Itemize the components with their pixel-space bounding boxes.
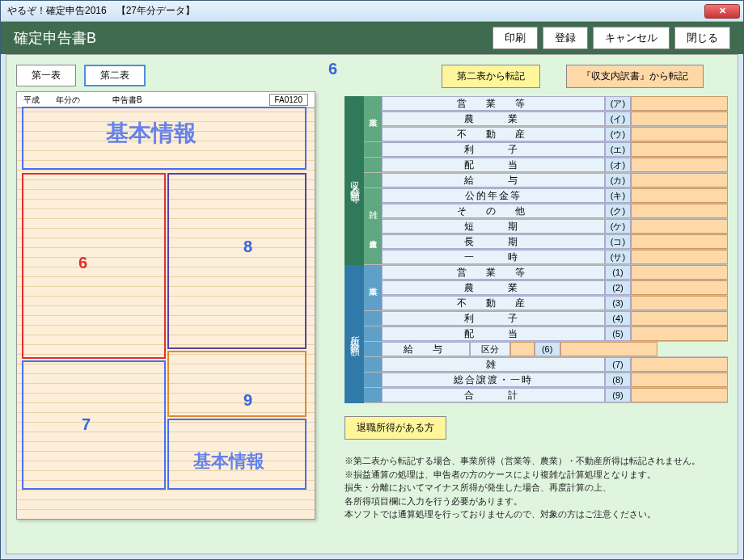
income-input[interactable] bbox=[631, 142, 728, 157]
shotoku-input[interactable] bbox=[631, 357, 728, 372]
table-row: 短 期(ケ) bbox=[382, 219, 728, 234]
note-line: ※損益通算の処理は、申告者の方のケースにより複雑な計算処理となります。 bbox=[345, 468, 728, 482]
transfer-from-breakdown-button[interactable]: 『収支内訳書』から転記 bbox=[566, 65, 704, 88]
notes: ※第二表から転記する場合、事業所得（営業等、農業）・不動産所得は転記されません。… bbox=[345, 454, 728, 521]
table-row: 利 子(4) bbox=[364, 311, 728, 326]
table-row: そ の 他(ク) bbox=[382, 204, 728, 219]
group-transfer: 総合譲渡 bbox=[364, 219, 382, 250]
overlay-6 bbox=[22, 173, 166, 359]
table-row: 営 業 等(1) bbox=[382, 265, 728, 280]
table-row: 不 動 産(3) bbox=[364, 296, 728, 311]
shotoku-input[interactable] bbox=[631, 388, 728, 402]
shotoku-input[interactable] bbox=[631, 280, 728, 295]
income-input[interactable] bbox=[631, 173, 728, 187]
form-name: 申告書B bbox=[112, 95, 142, 106]
tab-first[interactable]: 第一表 bbox=[16, 65, 76, 86]
income-section-label: 収入金額等 bbox=[345, 96, 364, 265]
income-input[interactable] bbox=[631, 158, 728, 172]
overlay-basic-label: 基本情報 bbox=[106, 118, 197, 149]
note-line: ※第二表から転記する場合、事業所得（営業等、農業）・不動産所得は転記されません。 bbox=[345, 454, 728, 468]
overlay-num-6: 6 bbox=[78, 254, 87, 272]
overlay-num-7: 7 bbox=[82, 415, 91, 434]
table-row: 利 子(エ) bbox=[364, 142, 728, 158]
note-line: 本ソフトでは通算処理を行っておりませんので、対象の方はご注意ください。 bbox=[345, 507, 728, 521]
table-row: 農 業(2) bbox=[382, 280, 728, 296]
marker-6: 6 bbox=[328, 60, 337, 78]
shotoku-section-label: 所得金額 bbox=[345, 265, 364, 403]
shotoku-input[interactable] bbox=[560, 342, 657, 356]
file-id: FA0120 bbox=[269, 94, 308, 106]
table-row: 総合譲渡・一時(8) bbox=[364, 373, 728, 388]
save-button[interactable]: 登録 bbox=[543, 27, 588, 49]
income-input[interactable] bbox=[631, 96, 728, 111]
overlay-num-8: 8 bbox=[243, 238, 252, 256]
income-input[interactable] bbox=[631, 127, 728, 141]
table-row: 不 動 産(ウ) bbox=[364, 127, 728, 142]
table-row: 給 与(カ) bbox=[364, 173, 728, 188]
overlay-9 bbox=[167, 351, 306, 417]
page-title: 確定申告書B bbox=[14, 28, 488, 48]
table-row: 雑(7) bbox=[364, 357, 728, 373]
table-row: 公的年金等(キ) bbox=[382, 188, 728, 204]
titlebar: やるぞ！確定申告2016 【27年分データ】 ✕ bbox=[1, 1, 743, 22]
income-input[interactable] bbox=[631, 112, 728, 126]
note-line: 損失・分離においてマイナス所得が発生した場合、再度計算の上、 bbox=[345, 481, 728, 495]
transfer-from-table2-button[interactable]: 第二表から転記 bbox=[442, 65, 540, 88]
shotoku-input[interactable] bbox=[631, 373, 728, 387]
print-button[interactable]: 印刷 bbox=[492, 27, 538, 49]
table-row: 営 業 等(ア) bbox=[382, 96, 728, 112]
close-button[interactable]: 閉じる bbox=[674, 27, 730, 49]
cancel-button[interactable]: キャンセル bbox=[593, 27, 670, 49]
window-title: やるぞ！確定申告2016 【27年分データ】 bbox=[4, 4, 704, 18]
shotoku-input[interactable] bbox=[631, 296, 728, 310]
income-table: 収入金額等 事業 営 業 等(ア) 農 業(イ) 不 動 産(ウ) 利 子(エ)… bbox=[345, 96, 728, 265]
overlay-8 bbox=[167, 173, 306, 349]
right-pane: 6 第二表から転記 『収支内訳書』から転記 収入金額等 事業 営 業 等(ア) … bbox=[345, 65, 728, 544]
table-row: 合 計(9) bbox=[364, 388, 728, 403]
table-row: 配 当(5) bbox=[364, 326, 728, 342]
table-row: 配 当(オ) bbox=[364, 158, 728, 173]
overlay-basic2-label: 基本情報 bbox=[193, 449, 264, 474]
shotoku-input[interactable] bbox=[631, 311, 728, 326]
content-area: 第一表 第二表 平成 年分の 申告書B FA0120 基本情報 6 8 bbox=[6, 54, 738, 554]
overlay-7 bbox=[22, 360, 166, 490]
income-input[interactable] bbox=[631, 219, 728, 234]
app-window: やるぞ！確定申告2016 【27年分データ】 ✕ 確定申告書B 印刷 登録 キャ… bbox=[0, 0, 744, 560]
tab-second[interactable]: 第二表 bbox=[84, 65, 146, 86]
app-header: 確定申告書B 印刷 登録 キャンセル 閉じる bbox=[1, 22, 743, 54]
income-input[interactable] bbox=[631, 204, 728, 218]
table-row: 給 与区分(6) bbox=[364, 342, 728, 357]
note-line: 各所得項目欄に入力を行う必要があります。 bbox=[345, 495, 728, 508]
income-input[interactable] bbox=[631, 188, 728, 203]
shotoku-input[interactable] bbox=[631, 326, 728, 341]
group-business: 事業 bbox=[364, 96, 382, 127]
overlay-num-9: 9 bbox=[243, 391, 252, 410]
window-close-button[interactable]: ✕ bbox=[704, 4, 740, 19]
income-input[interactable] bbox=[631, 234, 728, 249]
group-business-2: 事業 bbox=[364, 265, 382, 296]
table-row: 一 時(サ) bbox=[364, 250, 728, 265]
group-misc: 雑 bbox=[364, 188, 382, 219]
form-header: 平成 年分の 申告書B FA0120 bbox=[17, 92, 315, 108]
kubun-input[interactable] bbox=[510, 342, 535, 356]
left-pane: 第一表 第二表 平成 年分の 申告書B FA0120 基本情報 6 8 bbox=[16, 65, 332, 544]
table-row: 農 業(イ) bbox=[382, 112, 728, 127]
shotoku-input[interactable] bbox=[631, 265, 728, 280]
income-input[interactable] bbox=[631, 250, 728, 264]
shotoku-table: 所得金額 事業 営 業 等(1) 農 業(2) 不 動 産(3) 利 子(4) … bbox=[345, 265, 728, 403]
retirement-income-button[interactable]: 退職所得がある方 bbox=[345, 416, 446, 440]
form-preview: 平成 年分の 申告書B FA0120 基本情報 6 8 9 7 bbox=[16, 91, 315, 520]
heisei-label: 平成 年分の bbox=[23, 95, 80, 106]
table-row: 長 期(コ) bbox=[382, 234, 728, 250]
